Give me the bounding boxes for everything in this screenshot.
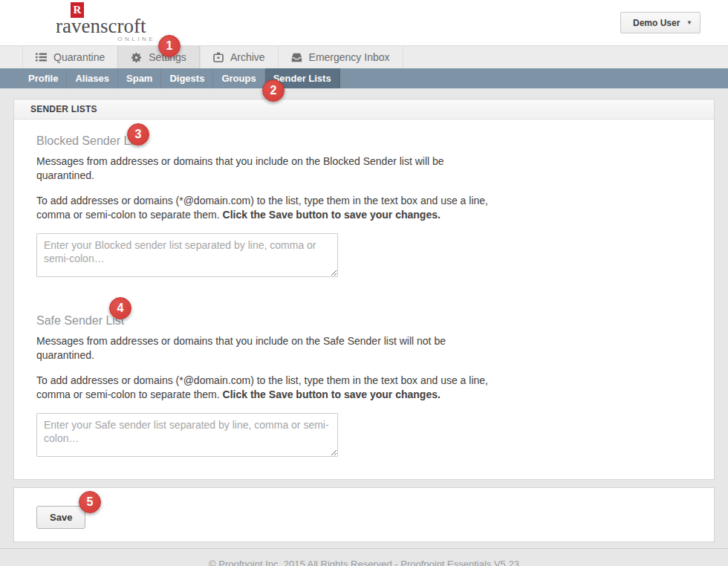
- annotation-callout-1: 1: [158, 35, 181, 57]
- blocked-sender-description: Messages from addresses or domains that …: [36, 154, 503, 183]
- tab-archive[interactable]: Archive: [200, 46, 278, 68]
- main-nav: Quarantine Settings Arc: [0, 46, 728, 68]
- subnav-item-digests[interactable]: Digests: [161, 68, 213, 88]
- safe-sender-instructions: To add addresses or domains (*@domain.co…: [36, 374, 503, 402]
- save-button[interactable]: Save: [36, 506, 85, 529]
- user-menu-dropdown[interactable]: Demo User ▼: [620, 12, 701, 33]
- logo-tagline: ONLINE: [97, 36, 155, 42]
- subnav-item-spam[interactable]: Spam: [118, 68, 161, 88]
- top-header: R ravenscroft ONLINE Demo User ▼: [0, 0, 728, 46]
- subnav-item-groups[interactable]: Groups: [213, 68, 264, 88]
- tab-label: Emergency Inbox: [309, 51, 390, 63]
- instructions-bold-text: Click the Save button to save your chang…: [223, 388, 441, 400]
- list-icon: [36, 53, 47, 62]
- blocked-sender-section: Blocked Sender List Messages from addres…: [14, 120, 714, 299]
- annotation-callout-5: 5: [79, 491, 101, 513]
- instructions-bold-text: Click the Save button to save your chang…: [223, 209, 441, 221]
- user-menu-label: Demo User: [633, 18, 680, 28]
- safe-sender-textarea[interactable]: [36, 413, 338, 457]
- inbox-icon: [291, 53, 302, 62]
- tab-quarantine[interactable]: Quarantine: [22, 46, 117, 68]
- tab-label: Quarantine: [53, 51, 105, 63]
- safe-sender-heading: Safe Sender List: [36, 314, 692, 328]
- settings-subnav: Profile Aliases Spam Digests Groups Send…: [0, 68, 728, 88]
- sender-lists-panel: SENDER LISTS Blocked Sender List Message…: [13, 99, 715, 480]
- panel-title: SENDER LISTS: [14, 100, 714, 120]
- footer-copyright: © Proofpoint Inc. 2015 All Rights Reserv…: [0, 548, 728, 566]
- annotation-callout-4: 4: [109, 297, 131, 319]
- annotation-callout-2: 2: [262, 79, 285, 102]
- tab-emergency-inbox[interactable]: Emergency Inbox: [278, 46, 403, 68]
- archive-box-icon: [213, 52, 224, 62]
- tab-label: Archive: [230, 51, 265, 63]
- blocked-sender-instructions: To add addresses or domains (*@domain.co…: [36, 194, 503, 222]
- gear-icon: [131, 52, 142, 63]
- annotation-callout-3: 3: [127, 123, 149, 146]
- safe-sender-section: Safe Sender List Messages from addresses…: [14, 299, 714, 479]
- save-panel: Save: [13, 487, 715, 542]
- subnav-item-aliases[interactable]: Aliases: [67, 68, 118, 88]
- chevron-down-icon: ▼: [686, 19, 692, 26]
- logo-name: ravenscroft: [56, 15, 146, 38]
- blocked-sender-textarea[interactable]: [36, 233, 338, 277]
- ravenscroft-logo: R ravenscroft ONLINE: [56, 0, 145, 45]
- subnav-item-profile[interactable]: Profile: [20, 68, 67, 88]
- safe-sender-description: Messages from addresses or domains that …: [36, 334, 503, 362]
